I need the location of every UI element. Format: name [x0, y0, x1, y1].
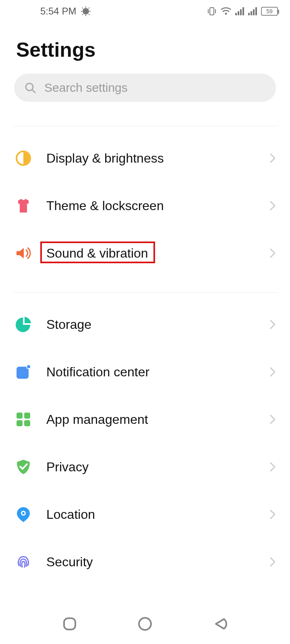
settings-item-privacy[interactable]: Privacy: [0, 443, 290, 491]
status-right: 59: [207, 7, 278, 16]
svg-line-7: [89, 8, 89, 8]
search-container: Search settings: [0, 70, 290, 114]
settings-item-label: Sound & vibration: [46, 246, 269, 261]
signal-icon-1: [235, 7, 244, 15]
svg-rect-27: [24, 413, 30, 419]
search-input[interactable]: Search settings: [14, 74, 276, 102]
chevron-right-icon: [269, 319, 276, 330]
settings-item-label: Theme & lockscreen: [46, 198, 269, 213]
status-bar: 5:54 PM 59: [0, 0, 290, 22]
svg-line-8: [82, 14, 83, 15]
battery-level: 59: [266, 8, 273, 14]
svg-rect-16: [242, 7, 244, 15]
notification-icon: [14, 363, 33, 381]
shield-icon: [14, 458, 33, 476]
svg-point-31: [22, 512, 25, 514]
svg-rect-18: [251, 11, 252, 15]
chevron-right-icon: [269, 509, 276, 520]
svg-rect-14: [238, 11, 239, 15]
svg-point-33: [139, 618, 151, 630]
location-icon: [14, 505, 33, 524]
settings-item-label: Display & brightness: [46, 151, 269, 166]
settings-item-label: Storage: [46, 317, 269, 332]
settings-item-location[interactable]: Location: [0, 491, 290, 538]
status-left: 5:54 PM: [40, 6, 91, 17]
nav-recents-button[interactable]: [60, 615, 79, 633]
svg-rect-32: [64, 618, 75, 630]
search-placeholder: Search settings: [44, 81, 128, 95]
settings-list: Display & brightnessTheme & lockscreenSo…: [0, 126, 290, 589]
svg-rect-15: [240, 9, 242, 15]
status-time: 5:54 PM: [40, 6, 76, 17]
settings-item-apps[interactable]: App management: [0, 396, 290, 443]
settings-item-label: App management: [46, 412, 269, 427]
settings-item-theme[interactable]: Theme & lockscreen: [0, 182, 290, 229]
settings-item-sound[interactable]: Sound & vibration: [0, 229, 290, 277]
sun-icon: [81, 6, 91, 16]
chevron-right-icon: [269, 557, 276, 567]
settings-item-label: Location: [46, 507, 269, 522]
settings-item-display[interactable]: Display & brightness: [0, 134, 290, 182]
search-icon: [24, 82, 36, 94]
chevron-right-icon: [269, 414, 276, 425]
signal-icon-2: [248, 7, 257, 15]
svg-line-6: [89, 14, 89, 15]
settings-item-label: Notification center: [46, 365, 269, 380]
vibrate-icon: [207, 7, 217, 16]
svg-rect-17: [248, 13, 250, 15]
settings-item-security[interactable]: Security: [0, 538, 290, 586]
chevron-right-icon: [269, 367, 276, 377]
fingerprint-icon: [14, 553, 33, 571]
brightness-icon: [14, 149, 33, 167]
svg-point-12: [225, 12, 227, 14]
settings-item-label: Security: [46, 555, 269, 570]
navigation-bar: [0, 604, 290, 644]
svg-rect-9: [210, 8, 214, 15]
settings-item-notification[interactable]: Notification center: [0, 348, 290, 396]
chevron-right-icon: [269, 153, 276, 163]
svg-rect-19: [253, 9, 255, 15]
pie-icon: [14, 315, 33, 334]
svg-line-5: [82, 8, 83, 8]
svg-rect-20: [255, 7, 257, 15]
nav-home-button[interactable]: [136, 615, 154, 633]
wifi-icon: [221, 7, 231, 15]
page-title: Settings: [16, 38, 274, 62]
svg-point-25: [27, 365, 31, 369]
svg-rect-28: [17, 420, 23, 426]
battery-icon: 59: [261, 7, 278, 16]
svg-point-0: [83, 8, 89, 14]
svg-rect-13: [235, 13, 237, 15]
chevron-right-icon: [269, 200, 276, 211]
nav-back-button[interactable]: [211, 615, 230, 633]
svg-rect-29: [24, 420, 30, 426]
settings-item-label: Privacy: [46, 460, 269, 475]
chevron-right-icon: [269, 248, 276, 258]
apps-icon: [14, 410, 33, 429]
shirt-icon: [14, 196, 33, 215]
settings-item-storage[interactable]: Storage: [0, 301, 290, 348]
page-header: Settings: [0, 22, 290, 70]
svg-line-22: [32, 90, 35, 93]
svg-rect-24: [17, 367, 29, 379]
chevron-right-icon: [269, 462, 276, 472]
svg-rect-26: [17, 413, 23, 419]
speaker-icon: [14, 244, 33, 262]
